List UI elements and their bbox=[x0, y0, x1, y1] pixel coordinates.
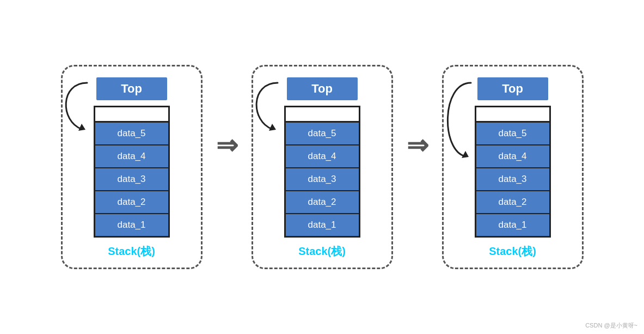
top-label-1: Top bbox=[96, 77, 167, 100]
stack-label-2: Stack(栈) bbox=[298, 244, 346, 259]
stack-gap-3 bbox=[476, 107, 549, 123]
svg-marker-2 bbox=[462, 151, 469, 158]
top-label-2: Top bbox=[287, 77, 358, 100]
dashed-box-3: Top data_5 data_4 data_3 data_2 data_1 S… bbox=[442, 65, 584, 269]
stack-item-1-2: data_2 bbox=[95, 191, 168, 214]
curved-arrow-3 bbox=[438, 66, 479, 175]
stack-body-2: data_5 data_4 data_3 data_2 data_1 bbox=[284, 106, 360, 238]
arrow-1-container: ⇒ bbox=[208, 132, 246, 159]
stack-item-3-5: data_5 bbox=[476, 123, 549, 145]
stack-gap-2 bbox=[286, 107, 359, 123]
stack-item-3-2: data_2 bbox=[476, 191, 549, 214]
stack-item-2-5: data_5 bbox=[286, 123, 359, 145]
stack-item-1-4: data_4 bbox=[95, 145, 168, 168]
stack-2: Top data_5 data_4 data_3 data_2 data_1 S… bbox=[246, 65, 398, 269]
stack-item-1-3: data_3 bbox=[95, 168, 168, 191]
arrow-2-container: ⇒ bbox=[398, 132, 437, 159]
stack-item-3-4: data_4 bbox=[476, 145, 549, 168]
stack-item-3-3: data_3 bbox=[476, 168, 549, 191]
dashed-box-1: Top data_5 data_4 data_3 data_2 data_1 S… bbox=[61, 65, 203, 269]
stack-body-1: data_5 data_4 data_3 data_2 data_1 bbox=[94, 106, 170, 238]
curved-arrow-2 bbox=[245, 66, 286, 148]
stack-body-3: data_5 data_4 data_3 data_2 data_1 bbox=[475, 106, 551, 238]
stack-item-1-1: data_1 bbox=[95, 214, 168, 236]
stack-item-3-1: data_1 bbox=[476, 214, 549, 236]
stack-item-2-4: data_4 bbox=[286, 145, 359, 168]
dashed-box-2: Top data_5 data_4 data_3 data_2 data_1 S… bbox=[252, 65, 393, 269]
main-container: Top data_5 data_4 data_3 data_2 data_1 S… bbox=[0, 0, 644, 334]
watermark: CSDN @是小黄呀~ bbox=[585, 321, 637, 330]
stack-item-2-1: data_1 bbox=[286, 214, 359, 236]
stack-label-1: Stack(栈) bbox=[108, 244, 155, 259]
stack-item-2-3: data_3 bbox=[286, 168, 359, 191]
curved-arrow-1 bbox=[54, 66, 95, 148]
stack-item-2-2: data_2 bbox=[286, 191, 359, 214]
top-label-3: Top bbox=[477, 77, 548, 100]
arrow-2: ⇒ bbox=[407, 132, 428, 159]
stack-item-1-5: data_5 bbox=[95, 123, 168, 145]
svg-marker-0 bbox=[78, 124, 85, 131]
stack-label-3: Stack(栈) bbox=[489, 244, 536, 259]
stack-gap-1 bbox=[95, 107, 168, 123]
arrow-1: ⇒ bbox=[216, 132, 238, 159]
stack-3: Top data_5 data_4 data_3 data_2 data_1 S… bbox=[437, 65, 589, 269]
stack-1: Top data_5 data_4 data_3 data_2 data_1 S… bbox=[56, 65, 208, 269]
svg-marker-1 bbox=[269, 124, 276, 131]
